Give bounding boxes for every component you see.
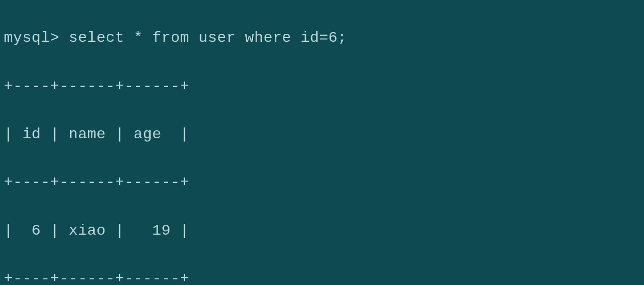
mysql-terminal[interactable]: mysql> select * from user where id=6; +-… — [4, 2, 640, 285]
table-border-top: +----+------+------+ — [4, 74, 640, 98]
command-line-1: mysql> select * from user where id=6; — [4, 26, 640, 50]
table-header-row: | id | name | age | — [4, 122, 640, 146]
table-border-bottom: +----+------+------+ — [4, 267, 640, 285]
select-query: select * from user where id=6; — [69, 29, 347, 47]
mysql-prompt: mysql> — [4, 29, 59, 47]
table-border-mid: +----+------+------+ — [4, 170, 640, 194]
table-row: | 6 | xiao | 19 | — [4, 219, 640, 243]
